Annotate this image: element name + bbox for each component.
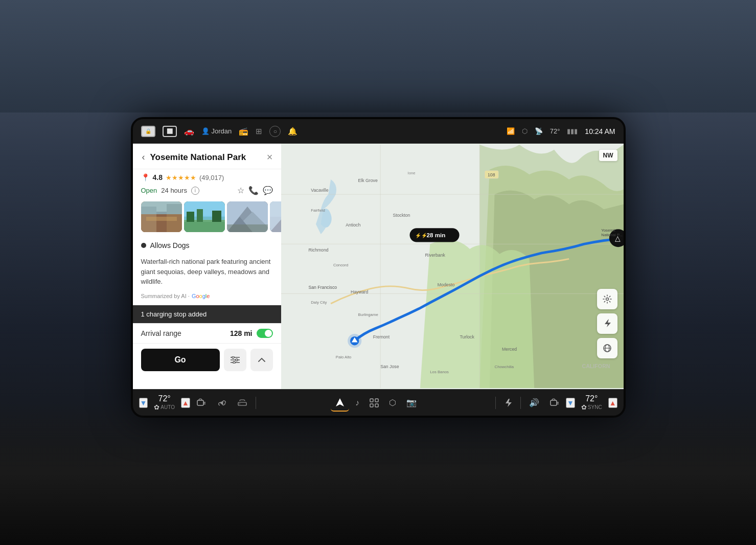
- svg-rect-87: [551, 400, 557, 405]
- lock-icon[interactable]: 🔒: [141, 126, 155, 137]
- ai-summary: Summarized by AI · Google: [133, 291, 281, 305]
- allows-dogs-row: Allows Dogs: [133, 238, 281, 254]
- svg-point-26: [232, 356, 234, 358]
- music-button[interactable]: ♪: [351, 395, 363, 411]
- map-svg: Vacaville Elk Grove Ione Fairfield Antio…: [281, 144, 624, 389]
- signal-icon: 📡: [535, 127, 543, 135]
- car-interior: 🔒 ⬜ 🚗 👤 J: [0, 0, 756, 545]
- defrost-button[interactable]: [233, 395, 251, 411]
- alexa-icon[interactable]: ○: [269, 126, 281, 137]
- photo-1[interactable]: [141, 201, 182, 232]
- back-button[interactable]: ‹: [141, 151, 146, 164]
- cell-signal-icon: ▮▮▮: [567, 127, 578, 135]
- right-climate-display: 72° ✿ SYNC: [577, 394, 606, 412]
- nav-center-buttons: ♪ ⬡ 📷: [260, 394, 491, 412]
- svg-rect-4: [141, 201, 182, 214]
- left-climate-display: 72° ✿ AUTO: [150, 394, 179, 412]
- camera-button[interactable]: 📷: [402, 395, 421, 411]
- seat-heat-right-button[interactable]: [545, 395, 564, 411]
- ev-charging-button[interactable]: [597, 313, 617, 334]
- hours-info-icon[interactable]: i: [191, 187, 199, 195]
- arrival-range-row: Arrival range 128 mi: [133, 323, 281, 344]
- place-title: Yosemite National Park: [150, 152, 263, 163]
- svg-rect-12: [197, 209, 203, 222]
- svg-rect-84: [375, 399, 378, 402]
- svg-text:Hayward: Hayward: [350, 289, 368, 294]
- seat-heat-left-button[interactable]: [192, 395, 211, 411]
- bottom-navigation: ▼ 72° ✿ AUTO ▲: [133, 389, 624, 416]
- volume-button[interactable]: 🔊: [525, 395, 543, 411]
- bottom-background: [0, 402, 756, 545]
- left-temp-down-button[interactable]: ▼: [139, 398, 148, 408]
- svg-text:Modesto: Modesto: [437, 282, 454, 287]
- pin-icon: 📍: [141, 173, 150, 181]
- svg-rect-11: [187, 212, 194, 222]
- svg-marker-82: [336, 398, 344, 406]
- save-button[interactable]: ☆: [237, 186, 244, 195]
- status-bar: 🔒 ⬜ 🚗 👤 J: [133, 119, 624, 144]
- svg-text:Turlock: Turlock: [460, 334, 474, 339]
- svg-text:Concord: Concord: [333, 263, 348, 267]
- photo-3[interactable]: [227, 201, 268, 232]
- left-temperature: 72° ✿ AUTO: [154, 394, 175, 412]
- right-temp-down-button[interactable]: ▼: [566, 398, 575, 408]
- bluetooth-icon: ⬡: [522, 127, 528, 135]
- arrival-range-toggle[interactable]: [257, 329, 273, 338]
- svg-rect-9: [184, 222, 225, 232]
- svg-text:Merced: Merced: [502, 347, 517, 352]
- screen-icon[interactable]: ⬜: [163, 126, 177, 137]
- rating-value: 4.8: [153, 173, 163, 181]
- radio-icon[interactable]: 📻: [239, 127, 248, 136]
- svg-rect-86: [375, 404, 378, 407]
- home-icon[interactable]: ⊞: [256, 127, 262, 136]
- nav-divider-1: [256, 397, 256, 409]
- collapse-button[interactable]: [250, 349, 273, 371]
- map-layers-button[interactable]: [597, 338, 617, 358]
- svg-rect-18: [227, 224, 268, 232]
- map-area[interactable]: Vacaville Elk Grove Ione Fairfield Antio…: [281, 144, 624, 389]
- svg-rect-73: [197, 400, 203, 405]
- right-temp-up-button[interactable]: ▲: [608, 398, 617, 408]
- fan-button[interactable]: [213, 395, 231, 411]
- wifi-icon: 📶: [507, 127, 515, 135]
- alexa-button[interactable]: ⬡: [385, 395, 400, 411]
- dashboard-background: [0, 0, 756, 112]
- svg-rect-83: [370, 399, 373, 402]
- route-options-button[interactable]: [224, 349, 246, 371]
- svg-point-69: [606, 298, 608, 301]
- svg-text:San Francisco: San Francisco: [308, 285, 337, 290]
- photo-4[interactable]: [270, 201, 281, 232]
- place-detail-panel: ‹ Yosemite National Park × 📍 4.8 ★★★★★ (…: [133, 144, 281, 389]
- user-profile[interactable]: 👤 Jordan: [201, 127, 232, 135]
- ev-button[interactable]: [500, 395, 516, 411]
- map-settings-button[interactable]: [597, 289, 617, 309]
- main-content: ‹ Yosemite National Park × 📍 4.8 ★★★★★ (…: [133, 144, 624, 389]
- apps-button[interactable]: [365, 395, 383, 411]
- svg-text:Yosemit: Yosemit: [601, 228, 615, 233]
- svg-text:San Jose: San Jose: [380, 364, 399, 369]
- close-button[interactable]: ×: [267, 151, 273, 163]
- charging-stop-banner: 1 charging stop added: [133, 305, 281, 323]
- svg-text:Fairfield: Fairfield: [311, 208, 325, 213]
- car-icon[interactable]: 🚗: [184, 126, 194, 136]
- navigation-button[interactable]: [331, 394, 349, 412]
- left-temp-up-button[interactable]: ▲: [181, 398, 190, 408]
- share-button[interactable]: 💬: [263, 186, 273, 195]
- go-button[interactable]: Go: [141, 349, 220, 371]
- place-description: Waterfall-rich national park featuring a…: [133, 254, 281, 291]
- call-button[interactable]: 📞: [248, 186, 259, 195]
- notifications-icon[interactable]: 🔔: [288, 127, 297, 136]
- svg-text:28 min: 28 min: [426, 232, 445, 238]
- arrival-range-value: 128 mi: [230, 329, 253, 337]
- review-count: (49,017): [199, 174, 224, 181]
- svg-text:Richmond: Richmond: [308, 247, 328, 253]
- clock-display: 10:24 AM: [585, 127, 615, 135]
- svg-rect-22: [270, 201, 281, 217]
- photo-2[interactable]: [184, 201, 225, 232]
- svg-rect-5: [146, 217, 177, 221]
- svg-text:National P...: National P...: [601, 233, 622, 237]
- nav-divider-2: [495, 397, 496, 409]
- svg-text:Ione: Ione: [407, 171, 415, 175]
- status-bar-left: 🔒 ⬜ 🚗 👤 J: [141, 126, 500, 137]
- svg-text:⚡⚡: ⚡⚡: [415, 233, 428, 239]
